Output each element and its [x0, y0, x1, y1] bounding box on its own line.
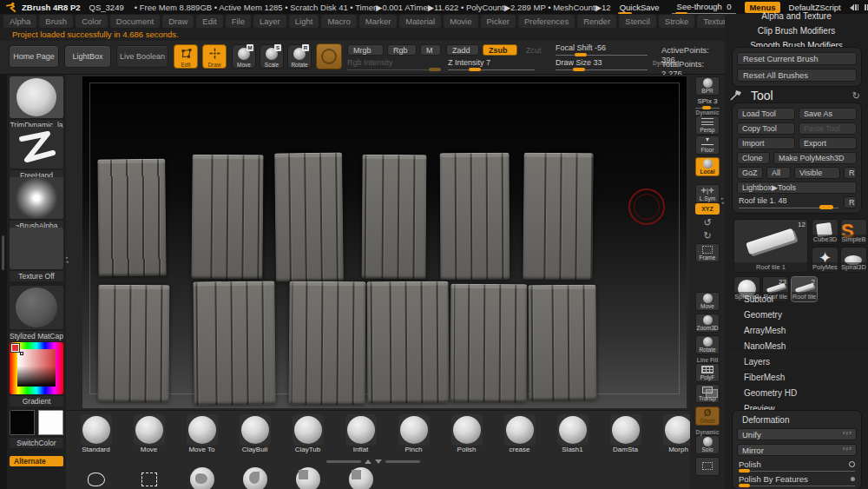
sculpted-plank[interactable]: [529, 285, 597, 401]
shelf-local[interactable]: Local: [695, 157, 720, 176]
shelf-move[interactable]: Move: [695, 292, 720, 311]
sculpted-plank[interactable]: [98, 285, 170, 403]
spix-slider[interactable]: SPix 3: [695, 97, 720, 109]
sculpted-plank[interactable]: [362, 155, 427, 280]
paste-tool-button[interactable]: Paste Tool: [799, 122, 857, 135]
brush-maskla[interactable]: MaskLa: [228, 466, 281, 489]
brush-slash1[interactable]: Slash1: [546, 414, 599, 453]
shelf-spix3[interactable]: SPix 3: [695, 97, 720, 109]
shelf-xyz[interactable]: XYZ: [695, 203, 720, 215]
tool-thumbnail-spiral3d[interactable]: Spiral3D: [840, 247, 867, 273]
quicksave-button[interactable]: QuickSave: [616, 2, 663, 13]
picker-handle[interactable]: [20, 352, 23, 355]
sidebar-item-freehand[interactable]: FreeHand: [10, 127, 63, 181]
shelf-polyf[interactable]: Line FillPolyF: [695, 357, 720, 382]
shelf-tile[interactable]: Local: [695, 157, 720, 176]
rotate-ccw-icon[interactable]: ↺: [695, 217, 720, 228]
shelf-tile[interactable]: BPR: [695, 76, 720, 96]
menu-alpha[interactable]: Alpha: [3, 15, 36, 28]
brush-standard[interactable]: Standard: [69, 414, 122, 453]
palette-header-alphaandtexture[interactable]: Alpha and Texture: [725, 9, 868, 23]
subpalette-arraymesh[interactable]: ArrayMesh: [725, 323, 868, 339]
menu-stencil[interactable]: Stencil: [619, 15, 656, 28]
subtool-selector-slider[interactable]: Roof tile 1. 48: [737, 196, 840, 208]
pager-down-icon[interactable]: [375, 459, 382, 464]
all-button[interactable]: All: [766, 167, 791, 179]
alternate-button[interactable]: Alternate: [10, 456, 63, 466]
shelf-tile[interactable]: [695, 457, 720, 476]
shelf-tile[interactable]: Frame: [695, 243, 720, 262]
sculpted-plank[interactable]: [367, 281, 450, 404]
sculpted-plank[interactable]: [193, 281, 275, 406]
load-tool-button[interactable]: Load Tool: [737, 108, 795, 120]
left-scrollbar[interactable]: [2, 235, 4, 270]
menu-macro[interactable]: Macro: [321, 15, 356, 28]
divider-collapse-arrows[interactable]: ▸◂: [66, 255, 70, 264]
shelf-rotate[interactable]: Rotate: [695, 335, 720, 354]
make-polymesh3d-button[interactable]: Make PolyMesh3D: [773, 152, 857, 164]
subtool-r-button[interactable]: R: [844, 196, 857, 208]
slider-toggle-icon[interactable]: [851, 477, 855, 481]
brush-claytub[interactable]: ClayTub: [281, 414, 334, 453]
shelf-zoom3d[interactable]: Zoom3D: [695, 314, 720, 333]
sidebar-item-trimdynamicla[interactable]: TrimDynamic_la: [10, 76, 63, 130]
sculpted-plank[interactable]: [523, 153, 593, 281]
deformation-header[interactable]: Deformation: [742, 415, 857, 425]
home-page-button[interactable]: Home Page: [9, 45, 59, 68]
shelf-tile[interactable]: Persp: [695, 116, 720, 135]
sidebar-item-stylizedmatcap[interactable]: Stylized MatCap: [10, 286, 63, 341]
main-color-swatch[interactable]: [10, 410, 35, 435]
rotate-mode-button[interactable]: R Rotate: [287, 44, 312, 69]
brush-damsta[interactable]: DamSta: [599, 414, 652, 453]
menu-edit[interactable]: Edit: [196, 15, 222, 28]
visible-button[interactable]: Visible: [794, 167, 840, 179]
brush-selectre[interactable]: SelectRe: [122, 466, 175, 489]
palette-header-clipbrushmodifiers[interactable]: Clip Brush Modifiers: [725, 23, 868, 38]
zadd-button[interactable]: Zadd: [446, 44, 479, 56]
z-intensity-slider[interactable]: Z Intensity 7: [448, 58, 535, 70]
menu-file[interactable]: File: [226, 15, 251, 28]
shelf-frame[interactable]: Frame: [695, 243, 720, 262]
subpalette-geometry[interactable]: Geometry: [725, 307, 868, 323]
shelf-tile[interactable]: Zoom3D: [695, 314, 720, 333]
shelf-rotccw[interactable]: ↺: [695, 217, 720, 228]
shelf-rotcw[interactable]: ↻: [695, 230, 720, 241]
draw-mode-button[interactable]: Draw: [202, 44, 227, 69]
subpalette-nanomesh[interactable]: NanoMesh: [725, 339, 868, 354]
move-mode-button[interactable]: M Move: [232, 44, 256, 69]
brush-move[interactable]: Move: [122, 414, 175, 453]
sidebar-item-brushalpha[interactable]: ~BrushAlpha: [10, 177, 63, 231]
sculpted-plank[interactable]: [440, 153, 510, 280]
subtool-handle[interactable]: [819, 205, 833, 209]
brush-polish[interactable]: Polish: [440, 414, 493, 453]
axis-toggle-icons[interactable]: xyz: [843, 446, 852, 451]
brush-pinch[interactable]: Pinch: [387, 414, 440, 453]
menu-picker[interactable]: Picker: [481, 15, 516, 28]
current-material-thumbnail[interactable]: [316, 43, 342, 69]
focal-shift-slider[interactable]: Focal Shift -56: [556, 43, 648, 56]
document-viewport[interactable]: [82, 76, 687, 408]
sidebar-item-switchcolor[interactable]: SwitchColor: [10, 410, 63, 448]
shelf-persp[interactable]: DynamicPersp: [695, 109, 720, 135]
edit-mode-button[interactable]: Edit: [174, 44, 198, 69]
m-button[interactable]: M: [420, 44, 441, 56]
rgb-intensity-slider[interactable]: Rgb Intensity: [347, 58, 441, 70]
current-tool-thumbnail[interactable]: 12Roof tile 1: [733, 219, 808, 273]
zcut-button[interactable]: Zcut: [521, 44, 547, 56]
menu-document[interactable]: Document: [110, 15, 160, 28]
pager-up-icon[interactable]: [365, 459, 372, 464]
menu-marker[interactable]: Marker: [359, 15, 398, 28]
sidebar-item-textureoff[interactable]: Texture Off: [10, 228, 63, 281]
r-button[interactable]: R: [844, 167, 857, 179]
unify-button[interactable]: Unifyxyz: [737, 428, 857, 440]
menu-material[interactable]: Material: [399, 15, 441, 28]
menu-render[interactable]: Render: [577, 15, 616, 28]
menu-preferences[interactable]: Preferences: [518, 15, 575, 28]
shelf-tile[interactable]: Transp: [695, 384, 720, 403]
tray-pager[interactable]: [326, 459, 420, 464]
menu-brush[interactable]: Brush: [39, 15, 73, 28]
slider-handle[interactable]: [739, 469, 750, 472]
import-button[interactable]: Import: [737, 137, 795, 149]
shelf-tile[interactable]: Move: [695, 292, 720, 311]
menu-stroke[interactable]: Stroke: [659, 15, 694, 28]
